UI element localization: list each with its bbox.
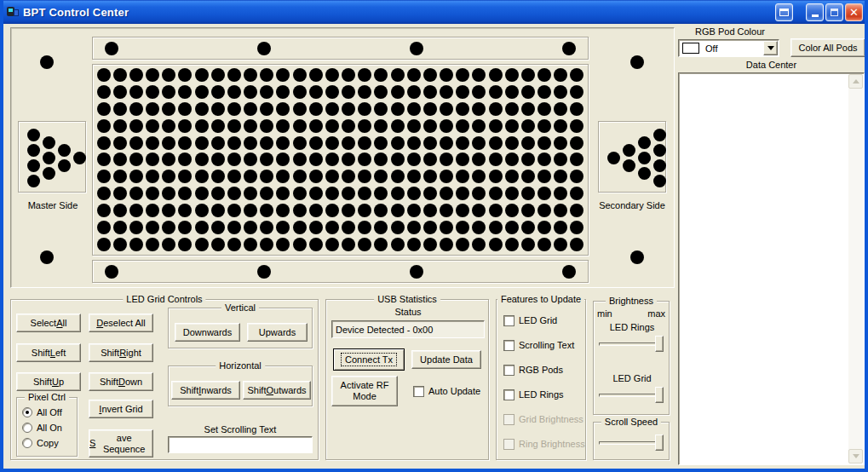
led-rings-brightness-slider[interactable] [599,336,664,352]
led-pixel-dot[interactable] [195,136,209,150]
led-pixel-dot[interactable] [423,102,437,116]
led-pixel-dot[interactable] [293,102,307,116]
led-pixel-dot[interactable] [489,68,503,82]
upwards-button[interactable]: Upwards [247,323,308,342]
led-pixel-dot[interactable] [309,68,323,82]
led-pixel-dot[interactable] [391,170,405,183]
led-pixel-dot[interactable] [505,221,519,234]
led-pixel-dot[interactable] [244,85,257,99]
led-pixel-dot[interactable] [276,170,290,183]
led-pixel-dot[interactable] [472,68,486,82]
led-pixel-dot[interactable] [358,136,371,150]
led-pixel-dot[interactable] [391,136,405,150]
led-pixel-dot[interactable] [211,187,225,200]
led-pixel-dot[interactable] [554,153,567,166]
led-pixel-dot[interactable] [146,187,159,200]
led-pixel-dot[interactable] [178,102,192,116]
led-pixel-dot[interactable] [374,153,388,166]
led-pixel-dot[interactable] [537,136,551,150]
led-pixel-dot[interactable] [162,238,175,251]
led-pixel-dot[interactable] [358,221,371,234]
led-pixel-dot[interactable] [472,238,486,251]
led-pixel-dot[interactable] [325,68,339,82]
led-pixel-dot[interactable] [146,136,159,150]
led-pixel-dot[interactable] [440,170,453,183]
led-pixel-dot[interactable] [391,85,405,99]
led-pixel-dot[interactable] [472,204,486,217]
led-rings-checkbox[interactable]: LED Rings [503,389,564,400]
led-pixel-dot[interactable] [423,187,437,200]
led-pixel-dot[interactable] [146,85,159,99]
led-pixel-dot[interactable] [489,170,503,183]
led-pixel-dot[interactable] [374,102,388,116]
led-pixel-dot[interactable] [211,221,225,234]
led-pixel-dot[interactable] [195,153,209,166]
led-pixel-dot[interactable] [162,153,175,166]
led-pixel-dot[interactable] [309,221,323,234]
shift-left-button[interactable]: Shift Left [16,343,81,362]
led-pixel-dot[interactable] [146,238,159,251]
radio-copy[interactable]: Copy [22,437,59,449]
led-pixel-dot[interactable] [244,136,257,150]
led-pixel-dot[interactable] [325,102,339,116]
led-pixel-dot[interactable] [440,187,453,200]
led-pixel-dot[interactable] [456,85,469,99]
led-pixel-dot[interactable] [113,119,127,133]
downwards-button[interactable]: Downwards [175,323,240,342]
led-pixel-dot[interactable] [521,68,535,82]
led-pixel-dot[interactable] [472,187,486,200]
led-pixel-dot[interactable] [358,187,371,200]
led-pixel-dot[interactable] [537,68,551,82]
led-pixel-dot[interactable] [505,204,519,217]
led-pixel-dot[interactable] [537,170,551,183]
scroll-speed-slider[interactable] [599,435,664,451]
led-pixel-dot[interactable] [358,102,371,116]
led-pixel-dot[interactable] [374,238,388,251]
led-pixel-dot[interactable] [325,153,339,166]
led-pixel-dot[interactable] [227,204,241,217]
led-pixel-dot[interactable] [537,221,551,234]
led-pixel-dot[interactable] [342,187,355,200]
led-pixel-dot[interactable] [146,68,159,82]
led-pixel-dot[interactable] [358,119,371,133]
shift-inwards-button[interactable]: Shift Inwards [171,381,240,400]
led-pixel-dot[interactable] [195,68,209,82]
led-pixel-dot[interactable] [537,238,551,251]
led-pixel-dot[interactable] [162,85,175,99]
led-pixel-dot[interactable] [293,204,307,217]
led-pixel-dot[interactable] [129,204,143,217]
slider-thumb[interactable] [655,435,664,451]
led-pixel-dot[interactable] [325,187,339,200]
led-pixel-dot[interactable] [293,85,307,99]
scrolling-text-input[interactable] [168,436,313,453]
led-pixel-dot[interactable] [293,119,307,133]
led-pixel-dot[interactable] [309,170,323,183]
led-pixel-dot[interactable] [537,187,551,200]
led-pixel-dot[interactable] [244,221,257,234]
led-pixel-dot[interactable] [521,221,535,234]
led-pixel-dot[interactable] [521,136,535,150]
led-pixel-dot[interactable] [423,136,437,150]
led-pixel-dot[interactable] [178,136,192,150]
slider-thumb[interactable] [655,336,664,352]
led-pixel-dot[interactable] [260,170,273,183]
led-pixel-dot[interactable] [227,85,241,99]
led-pixel-dot[interactable] [407,102,421,116]
led-pixel-dot[interactable] [260,204,273,217]
led-pixel-dot[interactable] [276,136,290,150]
led-pixel-dot[interactable] [456,68,469,82]
led-pixel-dot[interactable] [407,85,421,99]
led-pixel-dot[interactable] [162,68,175,82]
led-pixel-dot[interactable] [537,204,551,217]
led-pixel-dot[interactable] [309,238,323,251]
led-pixel-dot[interactable] [374,68,388,82]
led-pixel-dot[interactable] [423,68,437,82]
led-pixel-dot[interactable] [342,221,355,234]
minimize-button[interactable] [806,3,824,21]
led-pixel-dot[interactable] [276,85,290,99]
led-pixel-dot[interactable] [178,221,192,234]
led-pixel-dot[interactable] [260,68,273,82]
led-pixel-dot[interactable] [113,221,127,234]
led-pixel-dot[interactable] [472,102,486,116]
led-pixel-dot[interactable] [358,85,371,99]
